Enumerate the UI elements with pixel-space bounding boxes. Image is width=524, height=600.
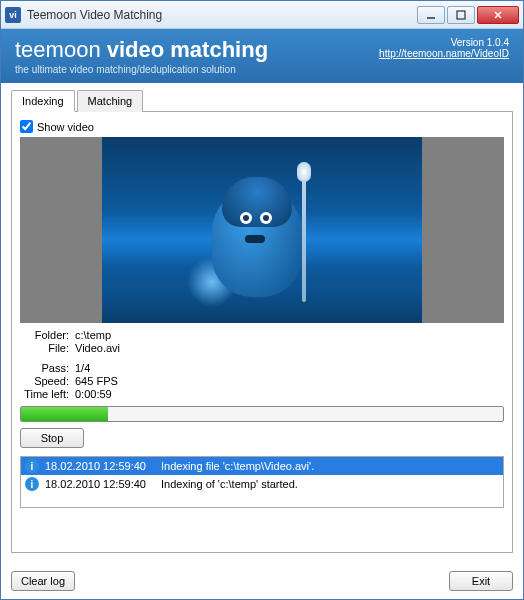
video-area <box>20 137 504 323</box>
footer: Clear log Exit <box>1 563 523 599</box>
log-time: 18.02.2010 12:59:40 <box>45 460 155 472</box>
folder-value: c:\temp <box>75 329 504 341</box>
header-meta: Version 1.0.4 http://teemoon.name/VideoI… <box>379 37 509 59</box>
brand-prefix: teemoon <box>15 37 107 62</box>
tabs: Indexing Matching <box>11 89 513 112</box>
log-message: Indexing file 'c:\temp\Video.avi'. <box>161 460 499 472</box>
video-frame <box>102 137 422 323</box>
close-button[interactable] <box>477 6 519 24</box>
show-video-row: Show video <box>20 120 504 133</box>
progress-fill <box>21 407 108 421</box>
brand: teemoon video matching the ultimate vide… <box>15 37 268 75</box>
info-grid: Folder: c:\temp File: Video.avi Pass: 1/… <box>20 329 504 400</box>
log-message: Indexing of 'c:\temp' started. <box>161 478 499 490</box>
brand-bold: video matching <box>107 37 268 62</box>
minimize-button[interactable] <box>417 6 445 24</box>
file-label: File: <box>20 342 75 354</box>
speed-label: Speed: <box>20 375 75 387</box>
exit-button[interactable]: Exit <box>449 571 513 591</box>
log-row[interactable]: i 18.02.2010 12:59:40 Indexing of 'c:\te… <box>21 475 503 493</box>
tab-indexing[interactable]: Indexing <box>11 90 75 112</box>
video-character <box>202 167 322 307</box>
folder-label: Folder: <box>20 329 75 341</box>
app-name: teemoon video matching <box>15 37 268 63</box>
window-controls <box>417 6 519 24</box>
log-row[interactable]: i 18.02.2010 12:59:40 Indexing file 'c:\… <box>21 457 503 475</box>
stop-button[interactable]: Stop <box>20 428 84 448</box>
pass-value: 1/4 <box>75 362 504 374</box>
timeleft-value: 0:00:59 <box>75 388 504 400</box>
body: Indexing Matching Show video <box>1 83 523 563</box>
info-icon: i <box>25 477 39 491</box>
log-panel[interactable]: i 18.02.2010 12:59:40 Indexing file 'c:\… <box>20 456 504 508</box>
info-icon: i <box>25 459 39 473</box>
file-value: Video.avi <box>75 342 504 354</box>
pass-label: Pass: <box>20 362 75 374</box>
progress-bar <box>20 406 504 422</box>
tagline: the ultimate video matching/deduplicatio… <box>15 64 268 75</box>
titlebar: vi Teemoon Video Matching <box>1 1 523 29</box>
log-time: 18.02.2010 12:59:40 <box>45 478 155 490</box>
tab-matching[interactable]: Matching <box>77 90 144 112</box>
show-video-label: Show video <box>37 121 94 133</box>
window-title: Teemoon Video Matching <box>27 8 417 22</box>
version-label: Version 1.0.4 <box>379 37 509 48</box>
show-video-checkbox[interactable] <box>20 120 33 133</box>
tab-content: Show video Folder: <box>11 112 513 553</box>
maximize-button[interactable] <box>447 6 475 24</box>
homepage-link[interactable]: http://teemoon.name/VideoID <box>379 48 509 59</box>
svg-rect-1 <box>457 11 465 19</box>
app-window: vi Teemoon Video Matching teemoon video … <box>0 0 524 600</box>
clear-log-button[interactable]: Clear log <box>11 571 75 591</box>
timeleft-label: Time left: <box>20 388 75 400</box>
app-icon: vi <box>5 7 21 23</box>
speed-value: 645 FPS <box>75 375 504 387</box>
app-header: teemoon video matching the ultimate vide… <box>1 29 523 83</box>
